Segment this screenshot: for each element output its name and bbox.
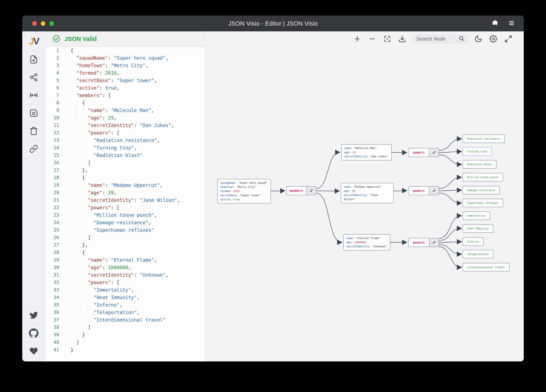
powers-array-node-1[interactable]: powers bbox=[408, 148, 439, 157]
code-line-36[interactable]: 36 "Teleportation", bbox=[45, 309, 205, 316]
minimize-window-button[interactable] bbox=[41, 21, 45, 26]
code-line-39[interactable]: 39 } bbox=[45, 331, 205, 339]
dark-mode-button[interactable] bbox=[474, 34, 483, 44]
root-object-node[interactable]: squadName: "Super hero squad"homeTown: "… bbox=[217, 179, 271, 203]
code-line-25[interactable]: 25 "Superhuman reflexes" bbox=[45, 226, 205, 234]
sidebar-item-copy-link[interactable] bbox=[22, 140, 45, 158]
code-line-21[interactable]: 21 "secretIdentity": "Jane Wilson", bbox=[45, 196, 205, 204]
code-line-26[interactable]: 26 ] bbox=[45, 234, 205, 241]
power-leaf-node[interactable]: Teleportation bbox=[462, 250, 493, 258]
app-logo[interactable]: JV bbox=[22, 32, 45, 51]
member-node-1[interactable]: name: "Molecule Man"age: 29secretIdentit… bbox=[341, 144, 392, 160]
code-line-17[interactable]: 17 }, bbox=[45, 166, 205, 174]
power-leaf-node[interactable]: Inferno bbox=[462, 237, 484, 246]
code-line-8[interactable]: 8 { bbox=[45, 99, 205, 107]
code-line-38[interactable]: 38 ] bbox=[45, 324, 205, 331]
code-line-20[interactable]: 20 "age": 39, bbox=[45, 189, 205, 196]
code-line-9[interactable]: 9 "name": "Molecule Man", bbox=[45, 107, 205, 114]
node-field: name: "Madame Uppercut" bbox=[344, 185, 391, 189]
code-line-28[interactable]: 28 { bbox=[45, 249, 205, 256]
code-line-24[interactable]: 24 "Damage resistance", bbox=[45, 219, 205, 226]
code-line-7[interactable]: 7 "members": [ bbox=[45, 92, 205, 99]
line-number: 27 bbox=[45, 241, 65, 249]
code-line-19[interactable]: 19 "name": "Madame Uppercut", bbox=[45, 182, 205, 189]
code-line-11[interactable]: 11 "secretIdentity": "Dan Jukes", bbox=[45, 122, 205, 129]
code-line-33[interactable]: 33 "Immortality", bbox=[45, 286, 205, 294]
browser-menu-icon[interactable] bbox=[508, 20, 514, 27]
code-line-37[interactable]: 37 "Interdimensional travel" bbox=[45, 316, 205, 324]
sidebar-item-new-document[interactable] bbox=[22, 51, 45, 69]
code-line-15[interactable]: 15 "Radiation blast" bbox=[45, 152, 205, 159]
search-node-input[interactable] bbox=[416, 36, 456, 42]
code-line-41[interactable]: 41} bbox=[45, 346, 205, 354]
members-array-node[interactable]: members bbox=[286, 186, 316, 195]
extensions-puzzle-icon[interactable] bbox=[491, 19, 498, 27]
code-line-5[interactable]: 5 "secretBase": "Super tower", bbox=[45, 77, 205, 84]
collapse-node-button[interactable] bbox=[429, 148, 439, 157]
code-line-22[interactable]: 22 "powers": [ bbox=[45, 204, 205, 211]
code-line-14[interactable]: 14 "Turning tiny", bbox=[45, 144, 205, 152]
power-leaf-node[interactable]: Interdimensional travel bbox=[462, 263, 510, 272]
collapse-node-button[interactable] bbox=[429, 187, 439, 195]
code-editor[interactable]: 1{2 "squadName": "Super hero squad",3 "h… bbox=[45, 47, 205, 361]
code-line-32[interactable]: 32 "powers": [ bbox=[45, 279, 205, 286]
zoom-window-button[interactable] bbox=[49, 21, 54, 26]
sidebar-item-center-view[interactable] bbox=[22, 87, 45, 104]
line-number: 15 bbox=[45, 152, 65, 159]
code-line-content: "Turning tiny", bbox=[65, 144, 205, 152]
power-leaf-node[interactable]: Radiation resistance bbox=[462, 134, 505, 143]
code-line-34[interactable]: 34 "Heat Immunity", bbox=[45, 294, 205, 301]
code-line-16[interactable]: 16 ] bbox=[45, 159, 205, 166]
sidebar-item-share-graph[interactable] bbox=[22, 69, 45, 87]
code-line-13[interactable]: 13 "Radiation resistance", bbox=[45, 137, 205, 144]
sidebar-item-save[interactable] bbox=[22, 105, 45, 122]
code-line-18[interactable]: 18 { bbox=[45, 174, 205, 182]
code-line-27[interactable]: 27 }, bbox=[45, 241, 205, 249]
power-leaf-node[interactable]: Radiation blast bbox=[462, 160, 496, 169]
code-line-4[interactable]: 4 "formed": 2016, bbox=[45, 69, 205, 77]
graph-toolbar bbox=[353, 34, 513, 44]
power-leaf-node[interactable]: Superhuman reflexes bbox=[462, 199, 503, 207]
power-leaf-node[interactable]: Immortality bbox=[462, 211, 490, 220]
code-line-10[interactable]: 10 "age": 29, bbox=[45, 114, 205, 122]
line-number: 13 bbox=[45, 137, 65, 144]
zoom-in-button[interactable] bbox=[353, 34, 362, 44]
member-node-3[interactable]: name: "Eternal Flame"age: 1000000secretI… bbox=[343, 234, 390, 250]
graph-canvas[interactable]: squadName: "Super hero squad"homeTown: "… bbox=[205, 32, 524, 361]
code-line-29[interactable]: 29 "name": "Eternal Flame", bbox=[45, 256, 205, 264]
sidebar-item-twitter[interactable] bbox=[22, 307, 45, 324]
code-line-content: "name": "Molecule Man", bbox=[65, 107, 205, 114]
focus-view-button[interactable] bbox=[383, 34, 392, 44]
code-line-2[interactable]: 2 "squadName": "Super hero squad", bbox=[45, 54, 205, 62]
code-line-content: "Radiation resistance", bbox=[65, 137, 205, 144]
code-line-35[interactable]: 35 "Inferno", bbox=[45, 301, 205, 309]
sidebar-item-github[interactable] bbox=[22, 325, 45, 342]
powers-array-node-2[interactable]: powers bbox=[408, 186, 439, 195]
collapse-node-button[interactable] bbox=[306, 187, 316, 195]
code-line-3[interactable]: 3 "homeTown": "Metro City", bbox=[45, 62, 205, 69]
line-number: 36 bbox=[45, 309, 65, 316]
code-line-12[interactable]: 12 "powers": [ bbox=[45, 129, 205, 137]
zoom-out-button[interactable] bbox=[368, 34, 377, 44]
sidebar-item-sponsor[interactable] bbox=[22, 342, 45, 360]
code-line-1[interactable]: 1{ bbox=[45, 47, 205, 54]
power-leaf-node[interactable]: Heat Immunity bbox=[462, 224, 493, 233]
code-line-23[interactable]: 23 "Million tonne punch", bbox=[45, 211, 205, 219]
powers-array-node-3[interactable]: powers bbox=[408, 238, 439, 247]
fullscreen-button[interactable] bbox=[504, 34, 513, 44]
sidebar-item-delete[interactable] bbox=[22, 122, 45, 140]
power-leaf-node[interactable]: Damage resistance bbox=[462, 186, 500, 195]
power-leaf-node[interactable]: Million tonne punch bbox=[462, 173, 503, 182]
member-node-2[interactable]: name: "Madame Uppercut"age: 39secretIden… bbox=[341, 183, 394, 203]
close-window-button[interactable] bbox=[32, 21, 37, 26]
download-button[interactable] bbox=[398, 34, 407, 44]
node-field: secretIdentity: "Unknown" bbox=[346, 244, 387, 249]
code-line-content: "Immortality", bbox=[65, 286, 205, 294]
power-leaf-node[interactable]: Turning tiny bbox=[462, 147, 492, 156]
settings-button[interactable] bbox=[489, 34, 498, 44]
collapse-node-button[interactable] bbox=[429, 238, 439, 247]
code-line-40[interactable]: 40 ] bbox=[45, 339, 205, 346]
code-line-31[interactable]: 31 "secretIdentity": "Unknown", bbox=[45, 271, 205, 279]
code-line-6[interactable]: 6 "active": true, bbox=[45, 84, 205, 92]
code-line-30[interactable]: 30 "age": 1000000, bbox=[45, 264, 205, 271]
